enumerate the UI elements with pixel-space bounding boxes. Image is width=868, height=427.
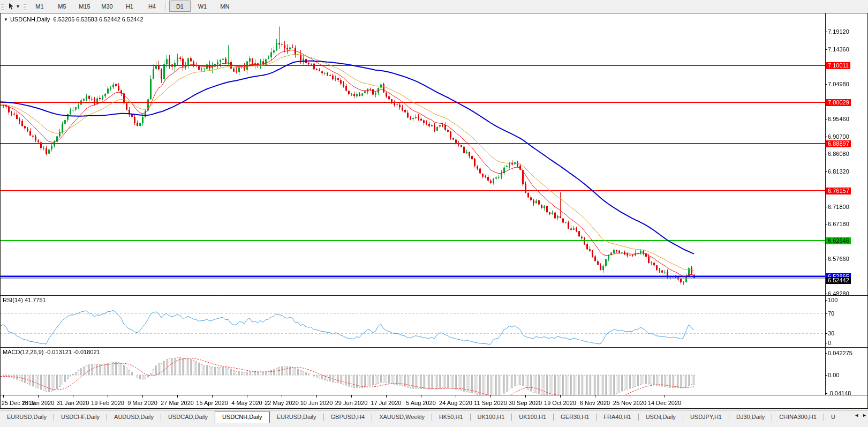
chart-tab-audusd-daily[interactable]: AUDUSD,Daily — [107, 411, 161, 422]
date-axis-label: 19 Oct 2020 — [544, 400, 576, 406]
chart-tab-ger30-h1[interactable]: GER30,H1 — [554, 411, 596, 422]
rsi-indicator-label: RSI(14) 41.7751 — [3, 297, 46, 303]
chart-tab-usdcnh-daily[interactable]: USDCNH,Daily — [215, 411, 270, 423]
tab-scroll-right-button[interactable]: ► — [862, 413, 867, 418]
chart-tab-hk50-h1[interactable]: HK50,H1 — [432, 411, 470, 422]
price-axis-label: 7.19120 — [828, 28, 849, 35]
one-click-trading-toggle-icon[interactable]: ▼ — [4, 17, 8, 22]
chart-tab-usdjpy-h1[interactable]: USDJPY,H1 — [683, 411, 729, 422]
date-axis-label: 17 Jul 2020 — [371, 400, 402, 406]
date-axis-label: 19 Feb 2020 — [91, 400, 124, 406]
chart-tab-u[interactable]: U — [824, 411, 842, 422]
date-axis-label: 22 May 2020 — [265, 400, 299, 406]
chart-tab-usdcad-daily[interactable]: USDCAD,Daily — [161, 411, 215, 422]
chart-tab-fra40-h1[interactable]: FRA40,H1 — [597, 411, 638, 422]
chart-tab-gbpusd-h4[interactable]: GBPUSD,H4 — [324, 411, 372, 422]
price-axis-label: 6.81320 — [828, 168, 849, 175]
price-axis-label: 6.86080 — [828, 151, 849, 158]
chart-tab-eurusd-daily[interactable]: EURUSD,Daily — [270, 411, 323, 422]
date-axis-label: 24 Aug 2020 — [439, 400, 472, 406]
macd-indicator-label: MACD(12,26,9) -0.013121 -0.018021 — [3, 349, 100, 355]
date-axis-label: 31 Jan 2020 — [57, 400, 89, 406]
chart-canvas[interactable] — [0, 0, 868, 427]
chart-tab-bar: EURUSD,DailyUSDCHF,DailyAUDUSD,DailyUSDC… — [0, 410, 868, 427]
tab-scroll-left-button[interactable]: ◄ — [854, 413, 859, 418]
date-axis-label: 15 Apr 2020 — [196, 400, 228, 406]
chart-tab-uk100-h1[interactable]: UK100,H1 — [471, 411, 512, 422]
chart-tab-uk100-h1[interactable]: UK100,H1 — [512, 411, 553, 422]
price-axis-label: 6.71800 — [828, 204, 849, 211]
date-axis-label: 13 Jan 2020 — [22, 400, 55, 406]
hline-price-tag: 6.88897 — [826, 140, 851, 147]
tab-scroll-arrows: ◄ ► — [854, 413, 867, 418]
date-axis-label: 25 Nov 2020 — [613, 400, 646, 406]
hline-price-tag: 7.00029 — [826, 99, 851, 106]
price-axis-label: 7.14360 — [828, 46, 849, 53]
chart-tab-eurusd-daily[interactable]: EURUSD,Daily — [0, 411, 54, 422]
bid-price-tag: 6.52442 — [826, 277, 851, 284]
chart-title: ▼USDCNH,Daily 6.532056.535836.524426.524… — [4, 16, 145, 23]
date-axis-label: 6 Nov 2020 — [580, 400, 610, 406]
price-axis-label: 6.95460 — [828, 116, 849, 123]
price-axis-label: 7.04980 — [828, 81, 849, 88]
date-axis-label: 4 May 2020 — [231, 400, 262, 406]
chart-tab-dj30-daily[interactable]: DJ30,Daily — [729, 411, 772, 422]
date-axis-label: 29 Jun 2020 — [335, 400, 368, 406]
price-axis-label: 6.90700 — [828, 133, 849, 140]
chart-tab-xauusd-weekly[interactable]: XAUUSD,Weekly — [372, 411, 432, 422]
hline-price-tag: 6.62646 — [826, 237, 851, 244]
rsi-axis-label: 30 — [828, 330, 834, 337]
date-axis-label: 14 Dec 2020 — [648, 400, 681, 406]
date-axis-label: 30 Sep 2020 — [509, 400, 542, 406]
chart-tab-usoil-daily[interactable]: USOil,Daily — [639, 411, 683, 422]
price-axis-label: 6.57660 — [828, 256, 849, 263]
hline-price-tag: 7.10011 — [826, 62, 850, 69]
chart-tab-usdchf-daily[interactable]: USDCHF,Daily — [54, 411, 107, 422]
macd-axis-label: 0.042275 — [828, 350, 852, 357]
macd-axis-label: 0.00 — [828, 372, 839, 379]
rsi-axis-label: 70 — [828, 310, 834, 317]
date-axis-label: 5 Aug 2020 — [406, 400, 436, 406]
rsi-axis-label: 0 — [828, 340, 831, 347]
price-axis-label: 6.67180 — [828, 221, 849, 228]
date-axis-label: 27 Mar 2020 — [161, 400, 194, 406]
macd-axis-label: -0.04148 — [828, 390, 851, 397]
rsi-axis-label: 100 — [828, 297, 837, 304]
date-axis-label: 9 Mar 2020 — [127, 400, 157, 406]
hline-price-tag: 6.76157 — [826, 188, 851, 194]
date-axis-label: 11 Sep 2020 — [474, 400, 507, 406]
chart-tab-china300-h1[interactable]: CHINA300,H1 — [772, 411, 824, 422]
date-axis-label: 10 Jun 2020 — [300, 400, 333, 406]
